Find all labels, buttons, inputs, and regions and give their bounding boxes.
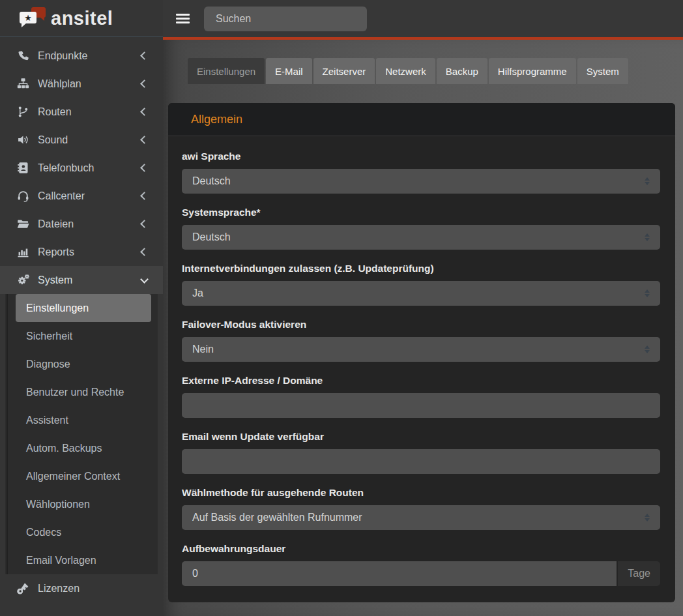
tab-zeitserver[interactable]: Zeitserver xyxy=(313,58,375,84)
input-externe-ip-adresse-domäne[interactable] xyxy=(182,393,660,418)
tab-einstellungen[interactable]: Einstellungen xyxy=(188,58,265,84)
panel-title: Allgemein xyxy=(191,113,242,126)
field-failover-modus-aktivieren: Failover-Modus aktivierenNein xyxy=(182,318,660,362)
tab-hilfsprogramme[interactable]: Hilfsprogramme xyxy=(489,58,576,84)
field-aufbewahrungsdauer: AufbewahrungsdauerTage xyxy=(182,542,660,586)
sidebar-item-sound[interactable]: Sound xyxy=(0,126,163,154)
submenu-item-wähloptionen[interactable]: Wähloptionen xyxy=(16,490,151,518)
select-updown-icon xyxy=(645,514,650,521)
field-label: Internetverbindungen zulassen (z.B. Upda… xyxy=(182,262,660,275)
panel-header: Allgemein xyxy=(168,103,675,136)
field-email-wenn-update-verfügbar: Email wenn Update verfügbar xyxy=(182,430,660,474)
sidebar-item-reports[interactable]: Reports xyxy=(0,238,163,266)
sidebar-item-lizenzen[interactable]: Lizenzen xyxy=(0,574,163,602)
field-externe-ip-adresse-domäne: Externe IP-Adresse / Domäne xyxy=(182,374,660,418)
cogs-icon xyxy=(17,274,32,286)
sidebar-nav: EndpunkteWählplanRoutenSoundTelefonbuchC… xyxy=(0,37,163,602)
sidebar-item-routen[interactable]: Routen xyxy=(0,98,163,126)
bar-chart-icon xyxy=(17,246,32,258)
tab-netzwerk[interactable]: Netzwerk xyxy=(376,58,435,84)
sidebar-item-label: Endpunkte xyxy=(38,50,141,62)
sidebar-item-label: Routen xyxy=(38,106,141,118)
volume-icon xyxy=(17,134,32,146)
select-value: Ja xyxy=(192,287,203,299)
chevron-left-icon xyxy=(140,220,149,228)
content: EinstellungenE-MailZeitserverNetzwerkBac… xyxy=(163,40,683,616)
topbar xyxy=(163,0,683,40)
input-addon: Tage xyxy=(618,561,660,586)
submenu-item-codecs[interactable]: Codecs xyxy=(16,518,151,546)
star-icon: ★ xyxy=(24,14,32,22)
tab-bar: EinstellungenE-MailZeitserverNetzwerkBac… xyxy=(188,58,675,84)
tab-e-mail[interactable]: E-Mail xyxy=(266,58,312,84)
select-value: Deutsch xyxy=(192,231,231,243)
submenu-item-assistent[interactable]: Assistent xyxy=(16,406,151,434)
system-submenu: EinstellungenSicherheitDiagnoseBenutzer … xyxy=(5,294,158,574)
select-failover-modus-aktivieren[interactable]: Nein xyxy=(182,337,660,362)
select-updown-icon xyxy=(645,289,650,297)
search-input[interactable] xyxy=(204,7,367,31)
sidebar-item-label: Sound xyxy=(38,134,141,146)
field-wählmethode-für-ausgehende-routen: Wählmethode für ausgehende RoutenAuf Bas… xyxy=(182,486,660,530)
sidebar-item-label: System xyxy=(38,274,141,286)
sidebar-item-label: Callcenter xyxy=(38,190,141,202)
field-label: Externe IP-Adresse / Domäne xyxy=(182,374,660,387)
chevron-left-icon xyxy=(140,108,149,116)
sidebar-item-label: Wählplan xyxy=(38,78,141,90)
ansitel-logo-icon: ★ xyxy=(20,7,48,30)
input-group xyxy=(182,393,660,418)
submenu-item-einstellungen[interactable]: Einstellungen xyxy=(16,294,151,322)
chevron-left-icon xyxy=(140,164,149,172)
brand-name: ansitel xyxy=(51,8,113,29)
chevron-left-icon xyxy=(140,248,149,256)
submenu-item-email-vorlagen[interactable]: Email Vorlagen xyxy=(16,546,151,574)
input-email-wenn-update-verfügbar[interactable] xyxy=(182,449,660,474)
route-branch-icon xyxy=(17,106,32,118)
sidebar-item-endpunkte[interactable]: Endpunkte xyxy=(0,42,163,70)
chevron-left-icon xyxy=(140,136,149,144)
menu-toggle-button[interactable] xyxy=(176,12,190,25)
field-label: Failover-Modus aktivieren xyxy=(182,318,660,331)
sidebar: ★ ansitel EndpunkteWählplanRoutenSoundTe… xyxy=(0,0,163,616)
chevron-left-icon xyxy=(140,80,149,88)
chevron-left-icon xyxy=(140,192,149,200)
headset-icon xyxy=(17,190,32,202)
input-group xyxy=(182,449,660,474)
input-aufbewahrungsdauer[interactable] xyxy=(182,561,617,586)
select-updown-icon xyxy=(645,233,650,241)
sidebar-item-telefonbuch[interactable]: Telefonbuch xyxy=(0,154,163,182)
speech-bubble-white: ★ xyxy=(20,12,36,23)
field-label: Wählmethode für ausgehende Routen xyxy=(182,486,660,499)
phone-icon xyxy=(17,50,32,62)
field-label: awi Sprache xyxy=(182,150,660,163)
folder-icon xyxy=(17,218,32,230)
submenu-item-benutzer-und-rechte[interactable]: Benutzer und Rechte xyxy=(16,378,151,406)
select-updown-icon xyxy=(645,177,650,185)
sidebar-item-system[interactable]: System xyxy=(0,266,163,294)
select-updown-icon xyxy=(645,345,650,353)
submenu-item-autom-backups[interactable]: Autom. Backups xyxy=(16,434,151,462)
settings-form: awi SpracheDeutschSystemsprache*DeutschI… xyxy=(168,136,675,602)
sidebar-item-dateien[interactable]: Dateien xyxy=(0,210,163,238)
sitemap-icon xyxy=(17,78,32,90)
sidebar-item-callcenter[interactable]: Callcenter xyxy=(0,182,163,210)
select-wählmethode-für-ausgehende-routen[interactable]: Auf Basis der gewählten Rufnummer xyxy=(182,505,660,530)
sidebar-item-label: Dateien xyxy=(38,218,141,230)
select-internetverbindungen-zulassen-z-b-updateprüfung[interactable]: Ja xyxy=(182,281,660,306)
logo[interactable]: ★ ansitel xyxy=(0,0,163,37)
select-systemsprache[interactable]: Deutsch xyxy=(182,225,660,250)
input-group: Tage xyxy=(182,561,660,586)
tab-backup[interactable]: Backup xyxy=(437,58,487,84)
field-label: Systemsprache* xyxy=(182,206,660,219)
field-internetverbindungen-zulassen-z-b-updateprüfung: Internetverbindungen zulassen (z.B. Upda… xyxy=(182,262,660,306)
submenu-item-allgemeiner-context[interactable]: Allgemeiner Context xyxy=(16,462,151,490)
submenu-item-sicherheit[interactable]: Sicherheit xyxy=(16,322,151,350)
address-book-icon xyxy=(17,162,32,174)
field-awi-sprache: awi SpracheDeutsch xyxy=(182,150,660,194)
select-awi-sprache[interactable]: Deutsch xyxy=(182,169,660,194)
tab-system[interactable]: System xyxy=(577,58,628,84)
sidebar-item-wählplan[interactable]: Wählplan xyxy=(0,70,163,98)
select-value: Deutsch xyxy=(192,175,231,187)
submenu-item-diagnose[interactable]: Diagnose xyxy=(16,350,151,378)
select-value: Auf Basis der gewählten Rufnummer xyxy=(192,512,362,523)
